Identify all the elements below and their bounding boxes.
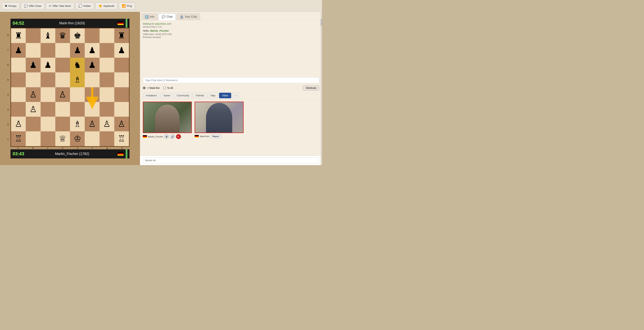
square-g4[interactable] [100,87,114,102]
square-g1[interactable] [100,131,114,146]
square-b5[interactable] [26,72,40,87]
camera-button-player1[interactable]: ⚙ [164,134,169,139]
player2-flag [194,135,199,138]
square-d2[interactable] [55,117,70,131]
bottom-player-name: Martin_Fischer (1782) [29,152,116,156]
subtab-community[interactable]: Community [174,93,192,98]
applaud-button[interactable]: 👏 Applaude [96,2,117,9]
chat-input[interactable] [143,77,319,83]
square-c8[interactable]: ♝ [40,28,55,43]
square-f5[interactable] [85,72,100,87]
square-g5[interactable] [100,72,114,87]
square-h3[interactable] [114,102,129,117]
square-c4[interactable] [40,87,55,102]
square-f4[interactable] [85,87,100,102]
square-f6[interactable]: ♟ [85,58,100,72]
square-b1[interactable] [26,131,40,146]
shortcuts-button[interactable]: Shortcuts [303,85,319,91]
square-f2[interactable]: ♙ [85,117,100,131]
square-d7[interactable] [55,43,70,58]
mic-button-player1[interactable]: 🎤 [170,134,175,139]
square-c3[interactable] [40,102,55,117]
square-a2[interactable]: ♙ [11,117,26,131]
server-status-input[interactable] [143,157,319,163]
square-h4[interactable] [114,87,129,102]
square-a6[interactable] [11,58,26,72]
subtab-game[interactable]: Game [160,93,173,98]
square-e5[interactable]: ♗ [70,72,85,87]
square-e6[interactable]: ♞ [70,58,85,72]
square-e2[interactable]: ♗ [70,117,85,131]
offer-draw-button[interactable]: 💬 Offer Draw [21,2,44,9]
square-c5[interactable] [40,72,55,87]
square-f1[interactable] [85,131,100,146]
square-g7[interactable] [100,43,114,58]
square-a1[interactable]: ♖ [11,131,26,146]
video-area: Martin_Fischer ⚙ 🎤 ✕ [140,99,322,155]
square-h6[interactable] [114,58,129,72]
square-g8[interactable] [100,28,114,43]
square-h8[interactable]: ♜ [114,28,129,43]
square-f8[interactable] [85,28,100,43]
square-a4[interactable] [11,87,26,102]
square-b4[interactable]: ♙ [26,87,40,102]
scroll-thumb[interactable] [320,19,322,26]
square-g3[interactable] [100,102,114,117]
square-h5[interactable] [114,72,129,87]
chessboard[interactable]: ♜♝♛♚♜♟♟♟♟♟♟♞♟♗♙♙♙♙♗♙♙♙♖♕♔♖ [10,28,130,147]
close-video-button-player1[interactable]: ✕ [176,134,181,139]
board-rank-labels: 8 7 6 5 4 3 2 1 [7,28,8,147]
radio-mark-finn[interactable]: -> Mark-finn [143,87,160,89]
square-a8[interactable]: ♜ [11,28,26,43]
square-b7[interactable] [26,43,40,58]
square-a3[interactable] [11,102,26,117]
square-a7[interactable]: ♟ [11,43,26,58]
piece-w-d1: ♕ [59,134,66,143]
radio-to-all[interactable]: To All [163,87,173,89]
tab-chat[interactable]: 💬 Chat [158,13,176,20]
square-e3[interactable] [70,102,85,117]
square-d1[interactable]: ♕ [55,131,70,146]
arbiter-button[interactable]: 💭 Arbiter [76,2,94,9]
scroll-track[interactable] [320,12,322,165]
square-a5[interactable] [11,72,26,87]
square-g6[interactable] [100,58,114,72]
square-c2[interactable] [40,117,55,131]
square-h1[interactable]: ♖ [114,131,129,146]
square-b3[interactable]: ♙ [26,102,40,117]
subtab-map[interactable]: Map [208,93,218,98]
subtab-friends[interactable]: Friends [193,93,207,98]
subtab-more[interactable]: – [232,93,239,98]
tab-your-club[interactable]: 🏛️ Your Club [176,13,200,20]
square-e8[interactable]: ♚ [70,28,85,43]
ping-button[interactable]: 📶 Ping [119,2,135,9]
square-g2[interactable]: ♙ [100,117,114,131]
square-b6[interactable]: ♟ [26,58,40,72]
square-c7[interactable] [40,43,55,58]
subtab-video[interactable]: Video [219,93,231,98]
square-d6[interactable] [55,58,70,72]
square-b2[interactable] [26,117,40,131]
piece-w-g2: ♙ [103,120,110,128]
report-button[interactable]: Report [210,134,221,138]
square-e1[interactable]: ♔ [70,131,85,146]
square-b8[interactable] [26,28,40,43]
waiting-status: Waiting for playchess.com [143,22,319,25]
square-c6[interactable]: ♟ [40,58,55,72]
tab-info[interactable]: ℹ️ Info [142,13,158,20]
square-h7[interactable]: ♟ [114,43,129,58]
square-c1[interactable] [40,131,55,146]
subtab-invitations[interactable]: Invitations [143,93,160,98]
resign-button[interactable]: ✖ Resign [2,2,20,9]
video-controls-player2: Mark-finn Report [194,134,244,138]
square-e4[interactable] [70,87,85,102]
square-d5[interactable] [55,72,70,87]
square-e7[interactable]: ♟ [70,43,85,58]
offer-takeback-button[interactable]: ↩ Offer Take Back [46,2,74,9]
square-d4[interactable]: ♙ [55,87,70,102]
square-d3[interactable] [55,102,70,117]
square-d8[interactable]: ♛ [55,28,70,43]
square-f3[interactable] [85,102,100,117]
square-f7[interactable]: ♟ [85,43,100,58]
square-h2[interactable]: ♙ [114,117,129,131]
